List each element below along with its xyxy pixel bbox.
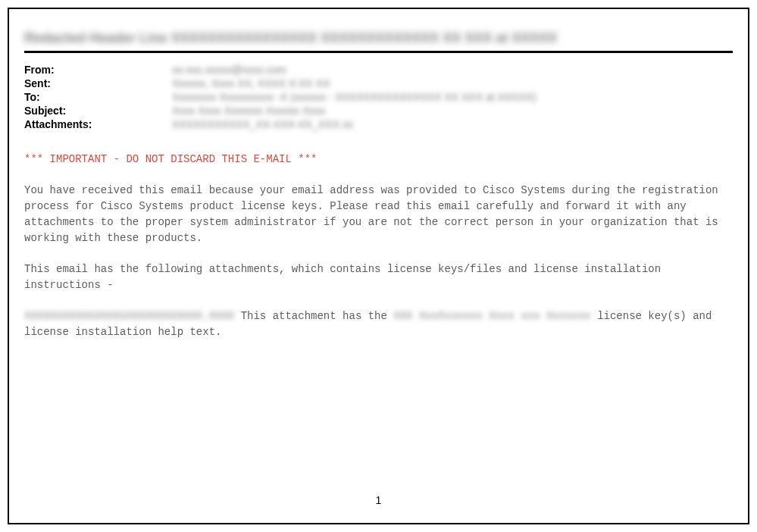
header-from-value: xx-xxx.xxxxx@xxxx.com (172, 64, 733, 76)
email-page: Redacted Header Line XXXXXXXXXXXXXXXX XX… (8, 8, 749, 524)
email-body: *** IMPORTANT - DO NOT DISCARD THIS E-MA… (24, 152, 733, 340)
body-paragraph-1: You have received this email because you… (24, 183, 733, 246)
product-name-redacted: XXX XxxXxxxxxx Xxxx xxx Xxxxxxx (393, 310, 590, 322)
body-paragraph-3: XXXXXXXXXXXXXXXXXXXXXXXXXXXX.XXXX This a… (24, 308, 733, 340)
attachment-name-redacted: XXXXXXXXXXXXXXXXXXXXXXXXXXXX.XXXX (24, 310, 234, 322)
header-subject-label: Subject: (24, 105, 172, 117)
header-attachments-label: Attachments: (24, 118, 172, 130)
title-rule (24, 51, 733, 53)
document-title-row: Redacted Header Line XXXXXXXXXXXXXXXX XX… (24, 30, 733, 46)
header-to-label: To: (24, 91, 172, 103)
header-attachments-value: XXXXXXXXXXX_XX-XXX-XX_XXX.xx (172, 118, 733, 130)
header-subject-value: Xxxx Xxxx Xxxxxxx Xxxxxx Xxxx (172, 105, 733, 117)
header-to-value: Xxxxxxxx Xxxxxxxxxx -X (xxxxxx - XXXXXXX… (172, 91, 733, 103)
header-from-label: From: (24, 64, 172, 76)
body-para3-pre: This attachment has the (234, 310, 393, 322)
important-warning: *** IMPORTANT - DO NOT DISCARD THIS E-MA… (24, 152, 733, 167)
header-sent-value: Xxxxxx, Xxxx XX, XXXX X:XX XX (172, 77, 733, 89)
page-number: 1 (9, 494, 748, 506)
header-sent-label: Sent: (24, 77, 172, 89)
email-headers: From: xx-xxx.xxxxx@xxxx.com Sent: Xxxxxx… (24, 64, 733, 130)
body-paragraph-2: This email has the following attachments… (24, 261, 733, 293)
document-title-redacted: Redacted Header Line XXXXXXXXXXXXXXXX XX… (24, 30, 557, 46)
